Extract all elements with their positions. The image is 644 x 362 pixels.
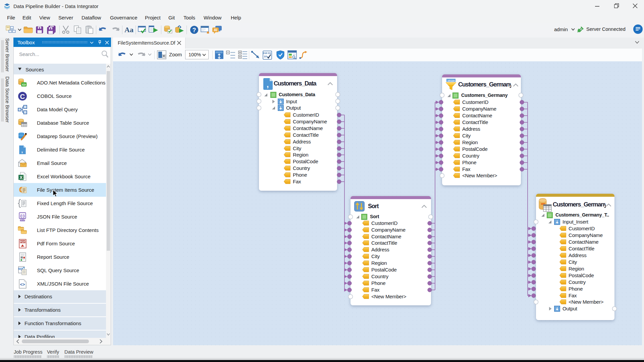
svg-text:,: , (21, 147, 23, 154)
svg-text:<>: <> (22, 83, 26, 86)
svg-text:010 01: 010 01 (263, 52, 271, 55)
svg-text:10110: 10110 (447, 79, 455, 82)
svg-text:,: , (267, 80, 269, 89)
svg-text:PDF: PDF (20, 240, 25, 243)
svg-text:X: X (19, 175, 22, 180)
svg-text:JSON: JSON (19, 218, 26, 221)
svg-text:{:}: {:} (20, 214, 25, 218)
svg-text:AI: AI (214, 28, 217, 32)
svg-text:?: ? (193, 27, 196, 34)
svg-text:10: 10 (264, 55, 267, 58)
svg-text:<>: <> (20, 282, 25, 287)
svg-text:C: C (20, 93, 25, 100)
